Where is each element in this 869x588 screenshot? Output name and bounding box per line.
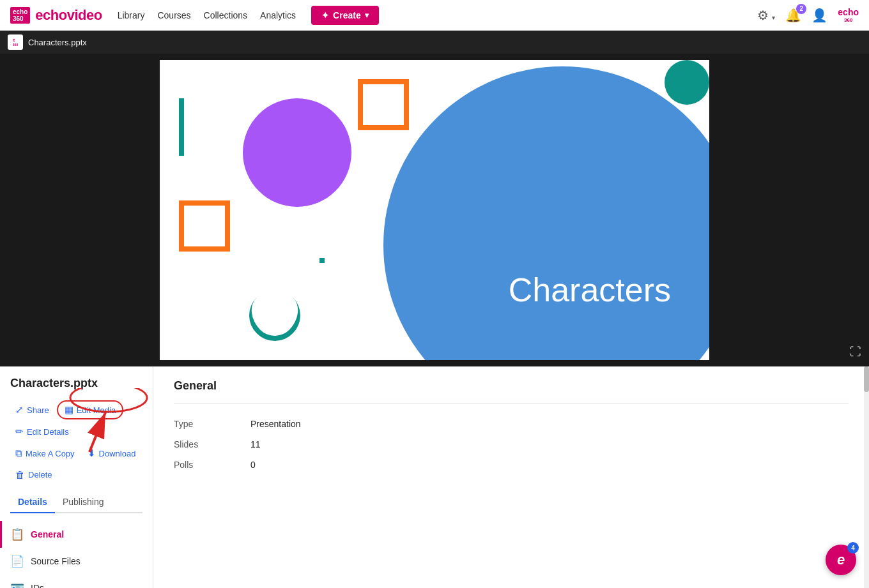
slide-teal-dot: [319, 258, 325, 263]
general-icon: 📋: [10, 527, 24, 541]
user-avatar[interactable]: 👤: [811, 8, 827, 23]
value-slides: 11: [250, 439, 261, 449]
edit-details-button[interactable]: ✏ Edit Details: [10, 422, 74, 441]
top-navigation: echo360 echovideo Library Courses Collec…: [0, 0, 869, 31]
side-navigation: 📋 General 📄 Source Files 🪪 IDs: [0, 513, 153, 588]
edit-media-icon: ▦: [65, 404, 73, 416]
share-icon: ⤢: [15, 404, 24, 416]
scrollbar-track[interactable]: [864, 366, 869, 588]
detail-row-slides: Slides 11: [174, 434, 849, 455]
value-type: Presentation: [250, 419, 301, 429]
label-type: Type: [174, 419, 250, 429]
nav-collections[interactable]: Collections: [204, 10, 247, 20]
logo[interactable]: echo360 echovideo: [10, 7, 102, 24]
settings-button[interactable]: ⚙ ▾: [757, 8, 776, 23]
sidebar-item-ids[interactable]: 🪪 IDs: [0, 575, 153, 588]
make-copy-button[interactable]: ⧉ Make A Copy: [10, 444, 80, 463]
delete-button[interactable]: 🗑 Delete: [10, 465, 58, 484]
slide-teal-corner: [665, 60, 709, 105]
action-bar: ⤢ Share ▦ Edit Media ✏ Edit Details ⧉ Ma…: [0, 400, 153, 492]
download-icon: ⬇: [88, 448, 96, 459]
label-polls: Polls: [174, 460, 250, 470]
content-area: Characters.pptx ⤢ Share ▦ Edit Media ✏ E…: [0, 366, 869, 588]
label-slides: Slides: [174, 439, 250, 449]
slide-teal-arc: [238, 279, 311, 351]
detail-row-type: Type Presentation: [174, 414, 849, 434]
ids-icon: 🪪: [10, 581, 24, 588]
slide-teal-bar: [179, 98, 184, 156]
video-tab-bar: e360 Characters.pptx: [0, 31, 869, 54]
slide-orange-rect-top: [358, 79, 409, 130]
slide-blue-circle: [383, 66, 709, 360]
notification-badge: 2: [796, 4, 806, 14]
tab-details[interactable]: Details: [10, 492, 55, 513]
edit-details-icon: ✏: [15, 426, 24, 437]
edit-media-button[interactable]: ▦ Edit Media: [57, 400, 123, 419]
nav-library[interactable]: Library: [118, 10, 145, 20]
echo-logo-badge: echo360: [10, 7, 30, 24]
value-polls: 0: [250, 460, 256, 470]
video-tab-title: Characters.pptx: [28, 38, 87, 47]
section-title: General: [174, 379, 849, 393]
video-player: Characters ⛶: [0, 54, 869, 366]
slide-orange-rect-left: [179, 200, 230, 252]
detail-row-polls: Polls 0: [174, 455, 849, 475]
download-button[interactable]: ⬇ Download: [82, 444, 141, 463]
left-sidebar: Characters.pptx ⤢ Share ▦ Edit Media ✏ E…: [0, 366, 153, 588]
trash-icon: 🗑: [15, 469, 25, 480]
scrollbar-thumb[interactable]: [864, 366, 869, 392]
echo-small-logo: e360: [8, 34, 23, 50]
slide-characters-text: Characters: [509, 271, 671, 309]
chevron-down-icon: ▾: [365, 11, 369, 20]
chat-bubble-button[interactable]: e 4: [826, 545, 856, 575]
sidebar-item-general[interactable]: 📋 General: [0, 521, 153, 548]
source-files-icon: 📄: [10, 554, 24, 568]
logo-text: echovideo: [35, 7, 102, 24]
create-button[interactable]: ✦ Create ▾: [311, 6, 379, 25]
sidebar-item-source-files[interactable]: 📄 Source Files: [0, 548, 153, 575]
section-divider: [174, 403, 849, 403]
create-icon: ✦: [321, 10, 329, 20]
fullscreen-button[interactable]: ⛶: [850, 345, 861, 359]
file-title: Characters.pptx: [0, 377, 153, 400]
notifications-button[interactable]: 🔔 2: [785, 8, 801, 23]
nav-right-icons: ⚙ ▾ 🔔 2 👤 echo 360: [757, 7, 859, 23]
chat-icon: e: [837, 552, 845, 568]
slide-preview: Characters: [160, 60, 709, 360]
detail-tabs: Details Publishing: [10, 492, 142, 513]
main-content: General Type Presentation Slides 11 Poll…: [153, 366, 869, 588]
share-button[interactable]: ⤢ Share: [10, 400, 54, 419]
echo360-logo: echo 360: [838, 7, 859, 23]
chat-badge: 4: [847, 542, 859, 554]
nav-courses[interactable]: Courses: [157, 10, 190, 20]
slide-purple-circle: [243, 98, 351, 207]
copy-icon: ⧉: [15, 448, 22, 459]
nav-analytics[interactable]: Analytics: [260, 10, 296, 20]
tab-publishing[interactable]: Publishing: [55, 492, 112, 513]
nav-links: Library Courses Collections Analytics: [118, 10, 296, 20]
